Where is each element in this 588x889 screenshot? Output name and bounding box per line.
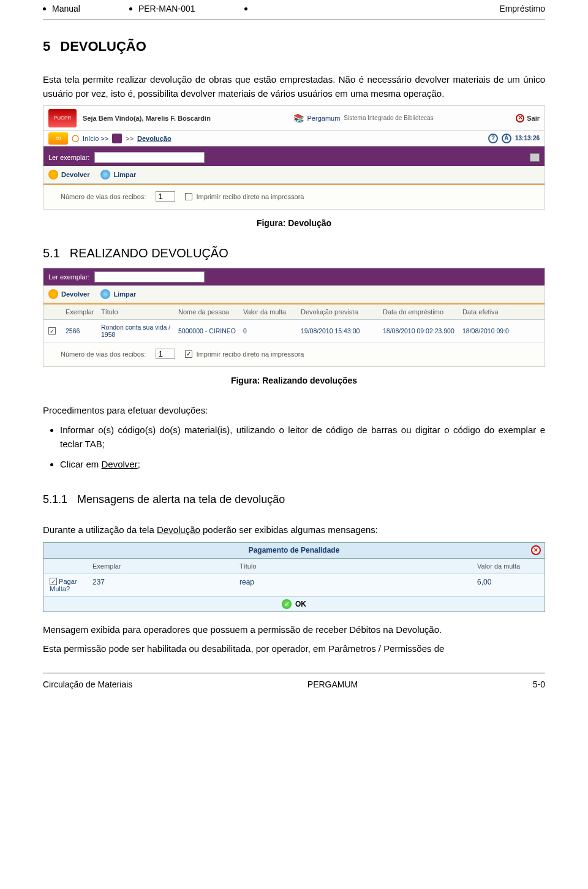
procedures-lead: Procedimentos para efetuar devoluções: [43,404,545,418]
vias-label: Número de vias dos recibos: [61,193,146,200]
ler-exemplar-bar: Ler exemplar: [43,149,545,166]
welcome-text: Seja Bem Vindo(a), Marelis F. Boscardin [83,115,211,122]
clear-icon [100,170,110,180]
ler-exemplar-input[interactable] [94,152,205,163]
pagar-checkbox[interactable]: ✓ [50,578,57,585]
anniversary-logo: 50 [48,132,68,145]
scroll-handle[interactable] [530,153,540,162]
hdr-left: Manual [52,4,80,13]
footer-center: PERGAMUM [307,679,358,689]
figure-realizando: Ler exemplar: Devolver Limpar Exemplar T… [43,268,545,367]
vias-input-2[interactable] [156,349,175,359]
section-5-1-heading: 5.1REALIZANDO DEVOLUÇÃO [43,246,545,260]
penalty-modal: Pagamento de Penalidade ✕ Exemplar Títul… [43,542,545,613]
breadcrumb-home[interactable]: Início >> [83,135,108,142]
intro-paragraph: Esta tela permite realizar devolução de … [43,73,545,100]
after-modal-1: Mensagem exibida para operadores que pos… [43,623,545,637]
after-modal-2: Esta permissão pode ser habilitada ou de… [43,642,545,656]
hdr-right: Empréstimo [499,4,545,13]
limpar-button-2[interactable]: Limpar [100,289,136,299]
messages-intro: Durante a utilização da tela Devolução p… [43,523,545,537]
close-icon[interactable]: ✕ [531,545,541,555]
row-checkbox[interactable]: ✓ [48,327,56,335]
check-icon: ✓ [282,599,292,609]
devolver-button-2[interactable]: Devolver [48,289,89,299]
limpar-button[interactable]: Limpar [100,170,136,180]
close-icon [516,114,524,123]
hdr-center: PER-MAN-001 [138,4,195,13]
footer-left: Circulação de Materiais [43,679,132,689]
return-icon [48,289,58,299]
footer-right: 5-0 [533,679,545,689]
page-header: Manual PER-MAN-001 Empréstimo [43,0,545,17]
figure1-caption: Figura: Devolução [43,218,545,228]
table-row[interactable]: ✓ 2566 Rondon conta sua vida / 1958 5000… [43,320,545,342]
section-5-heading: 5DEVOLUÇÃO [43,39,545,55]
page-footer: Circulação de Materiais PERGAMUM 5-0 [43,673,545,689]
figure-devolucao: PUCPR Seja Bem Vindo(a), Marelis F. Bosc… [43,105,545,210]
list-item: Clicar em Devolver; [60,457,545,471]
section-5-1-1-heading: 5.1.1Mensagens de alerta na tela de devo… [43,493,545,506]
modal-title: Pagamento de Penalidade [249,546,340,554]
breadcrumb-current[interactable]: Devolução [137,135,172,142]
system-label: Sistema Integrado de Bibliotecas [344,115,433,121]
imprimir-checkbox[interactable]: Imprimir recibo direto na impressora [185,193,304,200]
help-icon[interactable]: ? [488,134,498,143]
clock-time: 13:13:26 [515,135,540,142]
imprimir-checkbox-2[interactable]: ✓Imprimir recibo direto na impressora [185,350,304,358]
assist-icon[interactable]: A [502,134,511,143]
vias-input[interactable] [156,191,175,202]
breadcrumb: 50 ◯ Início >> >> Devolução ? A 13:13:26 [43,131,545,146]
ler-exemplar-input-2[interactable] [94,271,205,282]
list-item: Informar o(s) código(s) do(s) material(i… [60,423,545,452]
exit-button[interactable]: Sair [516,114,540,123]
pagar-multa-label: ✓ Pagar Multa? [43,574,86,597]
pergamum-label: Pergamum [307,115,341,122]
table-header: Exemplar Título Nome da pessoa Valor da … [43,305,545,320]
ok-button[interactable]: OK [295,600,306,608]
devolver-button[interactable]: Devolver [48,170,89,180]
divider [43,20,545,20]
clear-icon [100,289,110,299]
return-icon [48,170,58,180]
figure2-caption: Figura: Realizando devoluções [43,376,545,385]
procedures-list: Informar o(s) código(s) do(s) material(i… [60,423,545,472]
pucpr-logo: PUCPR [48,109,77,127]
